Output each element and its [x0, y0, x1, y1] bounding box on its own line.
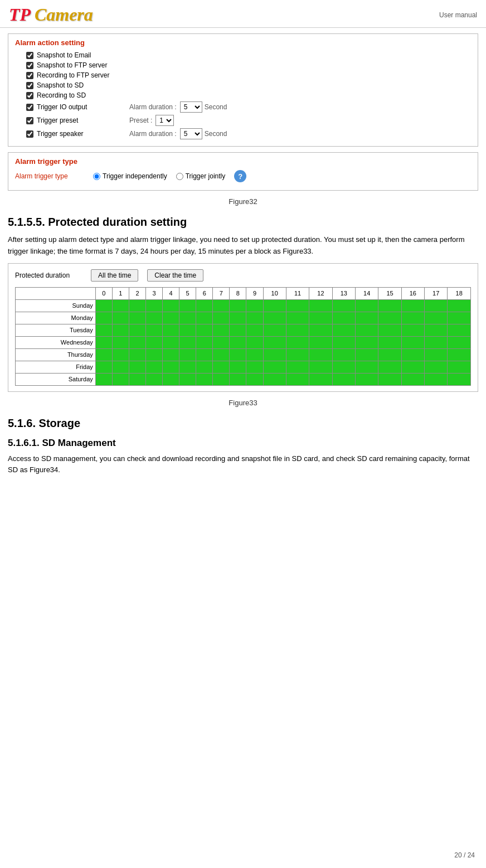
cell-monday-11[interactable]: [286, 312, 309, 324]
cell-monday-8[interactable]: [230, 312, 246, 324]
cell-thursday-10[interactable]: [263, 348, 286, 361]
cell-tuesday-10[interactable]: [263, 324, 286, 336]
cell-monday-1[interactable]: [112, 312, 129, 324]
cell-wednesday-0[interactable]: [95, 336, 112, 348]
cell-sunday-10[interactable]: [263, 299, 286, 312]
cell-sunday-18[interactable]: [448, 299, 471, 312]
cell-saturday-4[interactable]: [163, 373, 179, 385]
cell-sunday-11[interactable]: [286, 299, 309, 312]
cell-sunday-15[interactable]: [378, 299, 401, 312]
cell-friday-2[interactable]: [129, 361, 145, 373]
cell-saturday-1[interactable]: [112, 373, 129, 385]
cell-monday-18[interactable]: [448, 312, 471, 324]
cell-thursday-0[interactable]: [95, 348, 112, 361]
cell-monday-15[interactable]: [378, 312, 401, 324]
cell-sunday-17[interactable]: [425, 299, 448, 312]
snapshot-sd-checkbox[interactable]: [26, 82, 33, 89]
cell-tuesday-18[interactable]: [448, 324, 471, 336]
cell-friday-18[interactable]: [448, 361, 471, 373]
cell-tuesday-12[interactable]: [309, 324, 332, 336]
cell-thursday-2[interactable]: [129, 348, 145, 361]
cell-thursday-18[interactable]: [448, 348, 471, 361]
cell-monday-9[interactable]: [246, 312, 263, 324]
cell-saturday-17[interactable]: [425, 373, 448, 385]
cell-saturday-3[interactable]: [145, 373, 162, 385]
trigger-independently-radio[interactable]: [93, 173, 100, 180]
cell-tuesday-8[interactable]: [230, 324, 246, 336]
cell-sunday-12[interactable]: [309, 299, 332, 312]
snapshot-ftp-checkbox[interactable]: [26, 62, 33, 69]
cell-tuesday-15[interactable]: [378, 324, 401, 336]
cell-friday-11[interactable]: [286, 361, 309, 373]
cell-tuesday-3[interactable]: [145, 324, 162, 336]
cell-saturday-7[interactable]: [213, 373, 230, 385]
cell-monday-0[interactable]: [95, 312, 112, 324]
cell-saturday-2[interactable]: [129, 373, 145, 385]
cell-tuesday-5[interactable]: [179, 324, 196, 336]
trigger-speaker-duration-select[interactable]: 510152030: [180, 128, 202, 139]
cell-sunday-6[interactable]: [196, 299, 213, 312]
cell-saturday-13[interactable]: [332, 373, 355, 385]
cell-monday-3[interactable]: [145, 312, 162, 324]
cell-sunday-2[interactable]: [129, 299, 145, 312]
cell-monday-16[interactable]: [401, 312, 424, 324]
recording-ftp-checkbox[interactable]: [26, 72, 33, 79]
trigger-speaker-checkbox[interactable]: [26, 130, 33, 138]
cell-thursday-17[interactable]: [425, 348, 448, 361]
cell-saturday-14[interactable]: [355, 373, 378, 385]
trigger-jointly-radio[interactable]: [176, 173, 183, 180]
cell-monday-7[interactable]: [213, 312, 230, 324]
cell-wednesday-3[interactable]: [145, 336, 162, 348]
cell-friday-3[interactable]: [145, 361, 162, 373]
schedule-row-thursday[interactable]: Thursday: [16, 348, 471, 361]
cell-thursday-6[interactable]: [196, 348, 213, 361]
cell-tuesday-4[interactable]: [163, 324, 179, 336]
cell-wednesday-1[interactable]: [112, 336, 129, 348]
cell-wednesday-6[interactable]: [196, 336, 213, 348]
cell-sunday-16[interactable]: [401, 299, 424, 312]
cell-friday-6[interactable]: [196, 361, 213, 373]
trigger-io-checkbox[interactable]: [26, 104, 33, 111]
cell-sunday-14[interactable]: [355, 299, 378, 312]
cell-tuesday-11[interactable]: [286, 324, 309, 336]
cell-wednesday-15[interactable]: [378, 336, 401, 348]
cell-wednesday-9[interactable]: [246, 336, 263, 348]
cell-sunday-1[interactable]: [112, 299, 129, 312]
cell-friday-15[interactable]: [378, 361, 401, 373]
cell-wednesday-11[interactable]: [286, 336, 309, 348]
cell-sunday-9[interactable]: [246, 299, 263, 312]
cell-thursday-16[interactable]: [401, 348, 424, 361]
trigger-jointly-option[interactable]: Trigger jointly: [176, 172, 226, 180]
cell-friday-7[interactable]: [213, 361, 230, 373]
cell-wednesday-4[interactable]: [163, 336, 179, 348]
cell-thursday-1[interactable]: [112, 348, 129, 361]
cell-thursday-11[interactable]: [286, 348, 309, 361]
cell-tuesday-14[interactable]: [355, 324, 378, 336]
trigger-io-duration-select[interactable]: 510152030: [180, 101, 202, 113]
cell-sunday-4[interactable]: [163, 299, 179, 312]
schedule-row-tuesday[interactable]: Tuesday: [16, 324, 471, 336]
cell-wednesday-12[interactable]: [309, 336, 332, 348]
cell-saturday-18[interactable]: [448, 373, 471, 385]
schedule-row-saturday[interactable]: Saturday: [16, 373, 471, 385]
cell-friday-0[interactable]: [95, 361, 112, 373]
cell-thursday-5[interactable]: [179, 348, 196, 361]
cell-monday-12[interactable]: [309, 312, 332, 324]
cell-friday-16[interactable]: [401, 361, 424, 373]
cell-tuesday-13[interactable]: [332, 324, 355, 336]
cell-saturday-10[interactable]: [263, 373, 286, 385]
cell-sunday-13[interactable]: [332, 299, 355, 312]
cell-saturday-16[interactable]: [401, 373, 424, 385]
cell-wednesday-18[interactable]: [448, 336, 471, 348]
schedule-row-friday[interactable]: Friday: [16, 361, 471, 373]
cell-monday-14[interactable]: [355, 312, 378, 324]
cell-saturday-12[interactable]: [309, 373, 332, 385]
cell-friday-4[interactable]: [163, 361, 179, 373]
cell-tuesday-16[interactable]: [401, 324, 424, 336]
cell-sunday-7[interactable]: [213, 299, 230, 312]
cell-thursday-12[interactable]: [309, 348, 332, 361]
cell-tuesday-2[interactable]: [129, 324, 145, 336]
cell-thursday-9[interactable]: [246, 348, 263, 361]
cell-wednesday-16[interactable]: [401, 336, 424, 348]
cell-monday-13[interactable]: [332, 312, 355, 324]
